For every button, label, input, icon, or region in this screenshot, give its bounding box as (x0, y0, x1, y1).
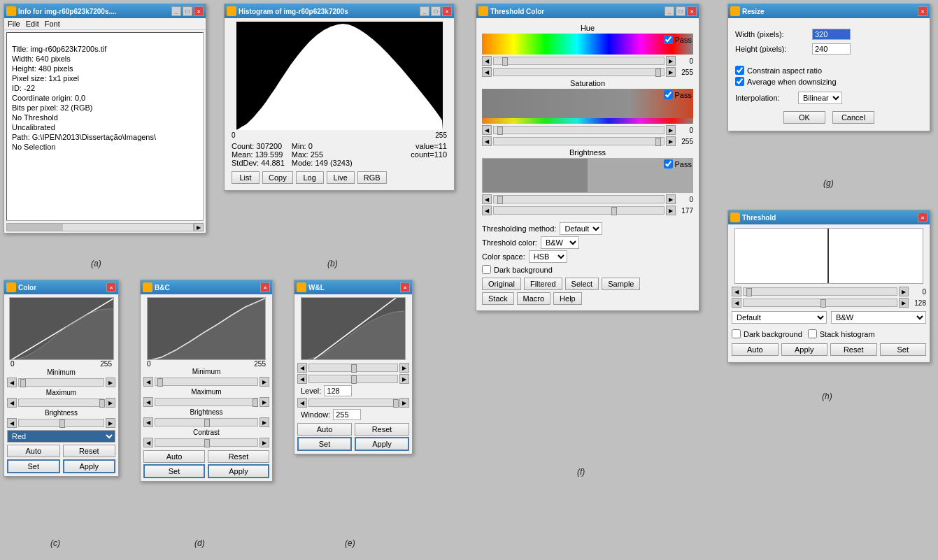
th-set-btn[interactable]: Set (880, 343, 927, 356)
bnc-min-slider[interactable] (155, 378, 258, 386)
tc-sample-btn[interactable]: Sample (602, 278, 640, 290)
color-min-slider[interactable] (18, 378, 104, 387)
bnc-max-slider[interactable] (155, 398, 258, 406)
sat-s2-right[interactable]: ▶ (666, 136, 676, 146)
resize-close[interactable]: × (918, 6, 928, 16)
bnc-bright-left[interactable]: ◀ (143, 417, 153, 427)
bright-pass-check[interactable] (664, 159, 673, 168)
th-s2-right[interactable]: ▶ (899, 298, 909, 308)
wl-level-slider[interactable] (308, 364, 398, 372)
tc-method-select[interactable]: Default (560, 222, 602, 235)
interp-select[interactable]: Bilinear (798, 92, 842, 104)
average-check[interactable] (735, 77, 744, 86)
tc-select-btn[interactable]: Select (565, 278, 599, 290)
tc-restore[interactable]: □ (676, 6, 685, 16)
wl-apply-btn[interactable]: Apply (355, 437, 409, 451)
constrain-check[interactable] (735, 66, 744, 75)
resize-ok-btn[interactable]: OK (783, 111, 825, 124)
wl-win-left[interactable]: ◀ (297, 398, 307, 408)
tc-help-btn[interactable]: Help (553, 292, 582, 305)
bnc-bright-right[interactable]: ▶ (260, 417, 269, 427)
bnc-reset-btn[interactable]: Reset (208, 450, 269, 463)
bright-s2-right[interactable]: ▶ (666, 206, 676, 215)
sat-slider1[interactable] (493, 126, 665, 134)
wl-window-input[interactable]: 255 (333, 409, 361, 420)
sat-slider2[interactable] (493, 137, 665, 145)
th-darkbg-check[interactable] (732, 329, 741, 338)
bnc-min-right[interactable]: ▶ (260, 377, 269, 387)
th-apply-btn[interactable]: Apply (781, 343, 828, 356)
hue-s1-left[interactable]: ◀ (482, 56, 492, 66)
wl-win-slider[interactable] (308, 399, 398, 407)
bnc-max-left[interactable]: ◀ (143, 397, 153, 407)
bnc-contrast-slider[interactable] (155, 438, 258, 447)
bnc-contrast-right[interactable]: ▶ (260, 438, 269, 447)
color-max-left[interactable]: ◀ (7, 398, 17, 408)
bright-slider2[interactable] (493, 206, 665, 215)
tc-macro-btn[interactable]: Macro (517, 292, 551, 305)
hist-live-btn[interactable]: Live (327, 171, 355, 184)
tc-close[interactable]: × (687, 6, 697, 16)
bright-s1-left[interactable]: ◀ (482, 194, 492, 204)
color-bright-right[interactable]: ▶ (106, 418, 115, 428)
color-min-left[interactable]: ◀ (7, 378, 17, 387)
tc-dark-bg-check[interactable] (482, 265, 491, 274)
bnc-auto-btn[interactable]: Auto (143, 450, 205, 463)
color-bright-left[interactable]: ◀ (7, 418, 17, 428)
hue-slider1[interactable] (493, 57, 665, 65)
th-auto-btn[interactable]: Auto (732, 343, 779, 356)
close-btn[interactable]: × (194, 6, 204, 16)
bnc-close[interactable]: × (260, 282, 270, 292)
hue-slider2[interactable] (493, 68, 665, 76)
color-apply-btn[interactable]: Apply (63, 459, 116, 473)
color-bright-slider[interactable] (18, 419, 104, 427)
resize-cancel-btn[interactable]: Cancel (832, 111, 874, 124)
hue-s2-right[interactable]: ▶ (666, 67, 676, 77)
color-channel-select[interactable]: Red Green Blue (7, 430, 115, 443)
wl-level2-right[interactable]: ▶ (399, 374, 409, 384)
th-dd2[interactable]: B&W (831, 311, 926, 324)
restore-btn[interactable]: □ (183, 6, 192, 16)
tc-min[interactable]: _ (665, 6, 674, 16)
tc-space-select[interactable]: HSB (529, 250, 567, 263)
wl-level-right[interactable]: ▶ (399, 363, 409, 373)
hist-copy-btn[interactable]: Copy (262, 171, 293, 184)
sat-s2-left[interactable]: ◀ (482, 136, 492, 146)
wl-level2-left[interactable]: ◀ (297, 374, 307, 384)
bright-s2-left[interactable]: ◀ (482, 206, 492, 215)
th-s1-right[interactable]: ▶ (899, 287, 909, 296)
tc-original-btn[interactable]: Original (482, 278, 521, 290)
th-s1-left[interactable]: ◀ (732, 287, 741, 296)
minimize-btn[interactable]: _ (171, 6, 181, 16)
bnc-set-btn[interactable]: Set (143, 464, 205, 478)
hue-s1-right[interactable]: ▶ (666, 56, 676, 66)
wl-level2-slider[interactable] (308, 375, 398, 383)
hist-list-btn[interactable]: List (232, 171, 260, 184)
color-set-btn[interactable]: Set (7, 459, 60, 473)
color-max-right[interactable]: ▶ (106, 398, 115, 408)
wl-win-right[interactable]: ▶ (399, 398, 409, 408)
menu-font[interactable]: Font (45, 20, 60, 28)
tc-stack-btn[interactable]: Stack (482, 292, 514, 305)
height-input[interactable]: 240 (812, 43, 851, 55)
th-dd1[interactable]: Default (732, 311, 827, 324)
sat-s1-left[interactable]: ◀ (482, 125, 492, 135)
hist-rgb-btn[interactable]: RGB (357, 171, 387, 184)
menu-file[interactable]: File (8, 20, 20, 28)
th-slider2[interactable] (743, 299, 897, 307)
hist-close[interactable]: × (442, 6, 452, 16)
th-stackhist-check[interactable] (808, 329, 817, 338)
th-close[interactable]: × (918, 213, 928, 222)
bnc-min-left[interactable]: ◀ (143, 377, 153, 387)
color-reset-btn[interactable]: Reset (63, 445, 116, 457)
bright-slider1[interactable] (493, 195, 665, 203)
sat-pass-check[interactable] (664, 90, 673, 99)
tc-filtered-btn[interactable]: Filtered (524, 278, 562, 290)
wl-auto-btn[interactable]: Auto (297, 423, 352, 436)
wl-level-input[interactable]: 128 (324, 385, 352, 396)
menu-edit[interactable]: Edit (26, 20, 39, 28)
bnc-apply-btn[interactable]: Apply (208, 464, 269, 478)
color-max-slider[interactable] (18, 399, 104, 407)
sat-s1-right[interactable]: ▶ (666, 125, 676, 135)
color-auto-btn[interactable]: Auto (7, 445, 60, 457)
